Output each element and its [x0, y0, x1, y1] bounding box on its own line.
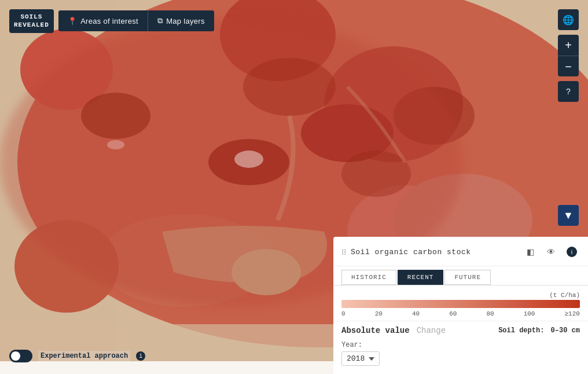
split-view-button[interactable]: ◧	[522, 244, 538, 260]
zoom-controls: + −	[558, 35, 579, 76]
year-select[interactable]: 2018 2000 2019 2020	[341, 351, 380, 366]
right-controls: 🌐 + − ?	[558, 9, 579, 102]
panel-icon-group: ◧ 👁 i	[522, 244, 580, 260]
soil-depth-info: Soil depth: 0–30 cm	[498, 327, 580, 335]
absolute-value-button[interactable]: Absolute value	[341, 326, 410, 335]
year-section: Year: 2018 2000 2019 2020	[333, 338, 588, 374]
panel-down-button[interactable]: ▼	[558, 205, 579, 226]
panel-drag-handle[interactable]: ⁞⁞ Soil organic carbon stock	[341, 247, 471, 257]
experimental-info-icon[interactable]: i	[136, 351, 145, 361]
help-button[interactable]: ?	[558, 81, 579, 102]
zoom-in-button[interactable]: +	[558, 35, 579, 56]
info-icon: i	[567, 247, 577, 257]
panel-header: ⁞⁞ Soil organic carbon stock ◧ 👁 i	[333, 237, 588, 266]
tab-future[interactable]: FUTURE	[444, 270, 491, 285]
value-change-bar: Absolute value Change Soil depth: 0–30 c…	[333, 321, 588, 338]
bottom-left: Experimental approach i	[9, 350, 145, 362]
legend-label-120: ≥120	[565, 310, 580, 317]
legend-label-60: 60	[449, 310, 457, 317]
split-view-icon: ◧	[527, 247, 534, 256]
tab-bar: HISTORIC RECENT FUTURE	[333, 270, 588, 286]
eye-icon: 👁	[547, 247, 555, 256]
legend-label-20: 20	[375, 310, 383, 317]
legend-labels: 0 20 40 60 80 100 ≥120	[341, 310, 580, 317]
globe-button[interactable]: 🌐	[558, 9, 579, 30]
experimental-toggle[interactable]	[9, 350, 32, 362]
info-panel: ⁞⁞ Soil organic carbon stock ◧ 👁 i HISTO…	[333, 237, 588, 374]
areas-of-interest-button[interactable]: 📍 Areas of interest	[58, 10, 148, 31]
legend-label-100: 100	[524, 310, 535, 317]
legend-label-80: 80	[486, 310, 494, 317]
soil-depth-label: Soil depth:	[498, 327, 544, 335]
eye-button[interactable]: 👁	[543, 244, 559, 260]
legend-bar	[341, 300, 580, 308]
drag-icon: ⁞⁞	[341, 247, 346, 257]
map-layers-button[interactable]: ⧉ Map layers	[148, 10, 214, 31]
legend-section: (t C/ha) 0 20 40 60 80 100 ≥120	[333, 286, 588, 321]
location-icon: 📍	[68, 17, 77, 25]
panel-title: Soil organic carbon stock	[351, 248, 471, 256]
globe-icon: 🌐	[563, 14, 574, 25]
soil-depth-value: 0–30 cm	[551, 327, 580, 335]
legend-label-0: 0	[341, 310, 346, 317]
zoom-out-button[interactable]: −	[558, 56, 579, 76]
legend-unit: (t C/ha)	[341, 292, 580, 299]
legend-label-40: 40	[412, 310, 420, 317]
info-button[interactable]: i	[564, 244, 580, 260]
app-logo: SOILS REVEALED	[9, 9, 54, 33]
tab-recent[interactable]: RECENT	[398, 270, 444, 285]
change-button[interactable]: Change	[417, 326, 446, 335]
experimental-label: Experimental approach	[38, 351, 130, 361]
year-label: Year:	[341, 341, 580, 349]
layers-icon: ⧉	[157, 16, 163, 25]
tab-historic[interactable]: HISTORIC	[341, 270, 396, 285]
nav-buttons: 📍 Areas of interest ⧉ Map layers	[58, 10, 214, 31]
chevron-down-icon: ▼	[563, 210, 574, 222]
top-bar: SOILS REVEALED 📍 Areas of interest ⧉ Map…	[9, 9, 214, 33]
